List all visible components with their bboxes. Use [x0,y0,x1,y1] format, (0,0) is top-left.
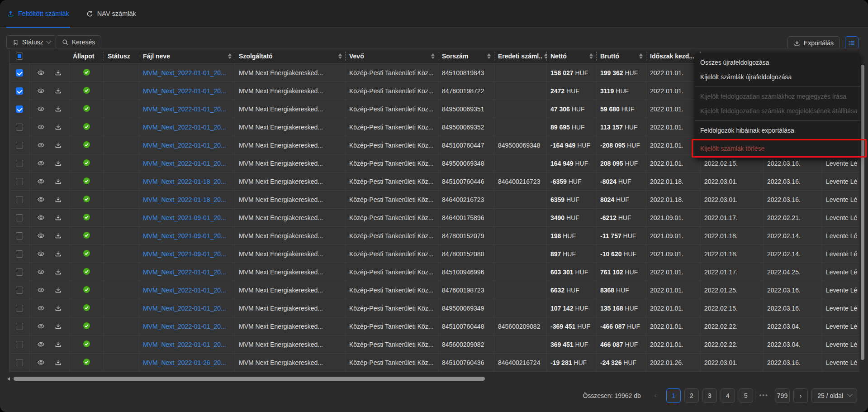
download-icon[interactable] [55,305,62,311]
menu-item[interactable]: Kijelölt feldolgozatlan számlák megjelöl… [695,104,860,118]
header-sorszam[interactable]: Sorszám [438,48,494,64]
sort-caret-icon[interactable] [338,53,342,59]
download-icon[interactable] [55,232,62,239]
eye-icon[interactable] [37,123,45,131]
column-title[interactable]: Eredeti száml.. [498,53,542,60]
row-checkbox[interactable] [16,341,23,348]
row-checkbox[interactable] [16,87,23,95]
sort-caret-icon[interactable] [228,53,232,59]
pagination-page-button[interactable]: 3 [702,388,717,403]
select-all-checkbox[interactable] [16,53,23,60]
page-size-select[interactable]: 25 / oldal [811,388,857,403]
row-checkbox[interactable] [16,250,23,258]
tab-nav-szamlak[interactable]: NAV számlák [85,0,137,27]
header-fajl[interactable]: Fájl neve [139,48,235,64]
file-link[interactable]: MVM_Next_2021-09-01_20... [143,250,226,258]
sort-caret-icon[interactable] [431,53,435,59]
column-title[interactable]: Nettó [550,53,567,60]
download-icon[interactable] [55,87,62,94]
sort-caret-icon[interactable] [639,53,643,59]
download-icon[interactable] [55,178,62,185]
download-icon[interactable] [55,196,62,203]
vertical-scrollbar[interactable] [861,65,864,360]
row-checkbox[interactable] [16,232,23,240]
file-link[interactable]: MVM_Next_2022-01-01_20... [143,124,226,131]
eye-icon[interactable] [37,69,45,77]
menu-item[interactable]: Kijelölt számlák újrafeldolgozása [695,70,860,84]
download-icon[interactable] [55,160,62,167]
menu-item[interactable]: Kijelölt feldolgozatlan számlákhoz megje… [695,89,860,104]
header-netto[interactable]: Nettó [547,48,597,64]
status-filter-button[interactable]: Státusz [6,35,57,49]
column-title[interactable]: Bruttó [600,53,619,60]
menu-item[interactable]: Feldolgozók hibáinak exportálása [695,123,860,138]
row-checkbox[interactable] [16,105,23,113]
file-link[interactable]: MVM_Next_2022-01-18_20... [143,196,226,203]
row-checkbox[interactable] [16,214,23,221]
download-icon[interactable] [55,124,62,130]
file-link[interactable]: MVM_Next_2022-01-01_20... [143,69,226,77]
download-icon[interactable] [55,341,62,348]
header-szolgaltato[interactable]: Szolgáltató [235,48,346,64]
eye-icon[interactable] [37,177,45,185]
menu-item[interactable]: Kijelölt számlák törlése [695,141,860,156]
download-icon[interactable] [55,142,62,149]
pagination-prev-button[interactable]: ‹ [648,388,663,403]
header-vevo[interactable]: Vevő [346,48,438,64]
file-link[interactable]: MVM_Next_2022-01-26_20... [143,359,226,366]
row-checkbox[interactable] [16,305,23,312]
eye-icon[interactable] [37,250,45,258]
file-link[interactable]: MVM_Next_2022-01-01_20... [143,287,226,294]
download-icon[interactable] [55,268,62,275]
file-link[interactable]: MVM_Next_2021-09-01_20... [143,232,226,240]
pagination-page-button[interactable]: 5 [739,388,753,403]
row-checkbox[interactable] [16,142,23,149]
eye-icon[interactable] [37,105,45,113]
download-icon[interactable] [55,359,62,366]
file-link[interactable]: MVM_Next_2022-01-01_20... [143,105,226,113]
search-button[interactable]: Keresés [56,35,101,49]
row-checkbox[interactable] [16,287,23,294]
row-checkbox[interactable] [16,268,23,276]
file-link[interactable]: MVM_Next_2022-01-01_20... [143,341,226,348]
pagination-page-button[interactable]: 1 [666,388,681,403]
file-link[interactable]: MVM_Next_2022-01-01_20... [143,305,226,312]
eye-icon[interactable] [37,232,45,240]
download-icon[interactable] [55,287,62,293]
header-eredeti[interactable]: Eredeti száml.. [494,48,547,64]
pagination-page-button[interactable]: 4 [721,388,735,403]
eye-icon[interactable] [37,286,45,294]
eye-icon[interactable] [37,196,45,203]
eye-icon[interactable] [37,322,45,330]
horizontal-scrollbar[interactable] [14,377,485,381]
file-link[interactable]: MVM_Next_2022-01-01_20... [143,142,226,149]
file-link[interactable]: MVM_Next_2022-01-01_20... [143,87,226,95]
file-link[interactable]: MVM_Next_2022-01-18_20... [143,178,226,185]
pagination-last-page-button[interactable]: 799 [775,388,790,403]
pagination-page-button[interactable]: 2 [684,388,699,403]
eye-icon[interactable] [37,304,45,312]
download-icon[interactable] [55,323,62,330]
download-icon[interactable] [55,105,62,112]
column-title[interactable]: Vevő [349,53,364,60]
row-checkbox[interactable] [16,69,23,77]
eye-icon[interactable] [37,214,45,221]
column-title[interactable]: Sorszám [442,53,468,60]
column-title[interactable]: Fájl neve [143,53,170,60]
row-checkbox[interactable] [16,196,23,203]
row-checkbox[interactable] [16,160,23,167]
row-checkbox[interactable] [16,178,23,185]
row-checkbox[interactable] [16,359,23,366]
eye-icon[interactable] [37,340,45,348]
row-checkbox[interactable] [16,323,23,330]
menu-item[interactable]: Összes újrafeldolgozása [695,55,860,70]
eye-icon[interactable] [37,159,45,167]
download-icon[interactable] [55,214,62,221]
sort-caret-icon[interactable] [589,53,593,59]
file-link[interactable]: MVM_Next_2021-09-01_20... [143,214,226,221]
tab-feltoltott-szamlak[interactable]: Feltöltött számlák [6,0,70,27]
file-link[interactable]: MVM_Next_2022-01-01_20... [143,323,226,330]
eye-icon[interactable] [37,87,45,95]
column-title[interactable]: Szolgáltató [239,53,273,60]
sort-caret-icon[interactable] [487,53,491,59]
